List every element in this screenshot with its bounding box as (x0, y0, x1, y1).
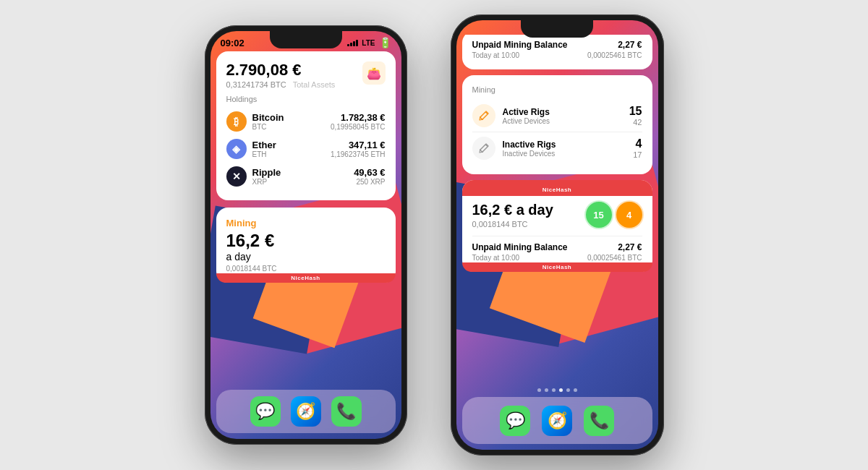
mining-stats-widget[interactable]: Mining Active Rigs Active Devices (462, 75, 652, 174)
bitcoin-ticker: BTC (252, 123, 284, 131)
ether-ticker: ETH (252, 150, 276, 158)
holding-ripple: ✕ Ripple XRP 49,63 € 250 XRP (226, 163, 386, 190)
portfolio-widget[interactable]: 2.790,08 € 0,31241734 BTC Total Assets 👛… (216, 51, 396, 200)
unpaid-time-large: Today at 10:00 (472, 254, 568, 262)
nicehash-brand-large: NiceHash (542, 187, 571, 193)
wallet-icon: 👛 (362, 61, 386, 85)
inactive-rigs-count: 4 (633, 137, 642, 150)
lte-label: LTE (362, 39, 375, 47)
ether-eur: 347,11 € (331, 140, 386, 150)
widgets-area-left: 2.790,08 € 0,31241734 BTC Total Assets 👛… (216, 51, 396, 388)
mining-label: Mining (226, 218, 386, 228)
unpaid-eur-top: 2,27 € (587, 40, 642, 50)
holding-ether: ◈ Ether ETH 347,11 € 1,19623745 ETH (226, 135, 386, 163)
right-widgets-area: Unpaid Mining Balance Today at 10:00 2,2… (462, 35, 652, 392)
inactive-devices-sub: Inactive Devices (503, 150, 634, 158)
mining-amount-large: 16,2 € (226, 231, 386, 250)
bitcoin-name: Bitcoin (252, 112, 284, 123)
mining-large-body: 16,2 € a day 0,0018144 BTC 15 4 Unpaid M… (472, 202, 642, 262)
phone-left: 09:02 LTE 🔋 2.790,08 € (205, 25, 407, 445)
inactive-rigs-badge: 4 (616, 202, 642, 228)
holdings-label: Holdings (226, 95, 386, 103)
portfolio-btc: 0,31241734 BTC Total Assets (226, 80, 336, 89)
dock-safari-right[interactable]: 🧭 (542, 406, 572, 436)
dot-5 (566, 388, 570, 392)
unpaid-btc-large: 0,00025461 BTC (587, 254, 642, 262)
signal-icon (347, 39, 358, 46)
ripple-icon: ✕ (226, 166, 247, 187)
active-rigs-name: Active Rigs (503, 107, 629, 117)
ether-name: Ether (252, 140, 276, 150)
unpaid-time-top: Today at 10:00 (472, 51, 568, 59)
status-bar-left: 09:02 LTE 🔋 (210, 31, 401, 51)
phone-right: Unpaid Mining Balance Today at 10:00 2,2… (451, 14, 664, 456)
partial-unpaid-widget: Unpaid Mining Balance Today at 10:00 2,2… (462, 35, 652, 69)
active-rigs-badge: 15 (586, 202, 612, 228)
inactive-rig-icon-wrap (472, 137, 495, 160)
active-devices-sub: Active Devices (503, 117, 629, 125)
dock-left: 💬 🧭 📞 (216, 390, 396, 433)
phone-left-screen: 09:02 LTE 🔋 2.790,08 € (210, 31, 401, 439)
inactive-rigs-name: Inactive Rigs (503, 140, 634, 150)
pickaxe-inactive-icon (477, 142, 490, 155)
portfolio-amount: 2.790,08 € (226, 61, 336, 79)
dot-1 (537, 388, 541, 392)
mining-section-label: Mining (472, 85, 642, 94)
ripple-eur: 49,63 € (354, 167, 385, 178)
unpaid-title-large: Unpaid Mining Balance (472, 242, 568, 252)
inactive-devices-count: 17 (633, 150, 642, 159)
bitcoin-eur: 1.782,38 € (331, 112, 386, 123)
status-icons-left: LTE 🔋 (347, 37, 391, 48)
nicehash-badge-left: NiceHash (216, 273, 396, 283)
dock-phone-right[interactable]: 📞 (584, 406, 614, 436)
mining-large-widget[interactable]: NiceHash 16,2 € a day 0,0018144 BTC 15 4 (462, 180, 652, 272)
phone-right-screen: Unpaid Mining Balance Today at 10:00 2,2… (456, 20, 658, 450)
dock-messages-right[interactable]: 💬 (500, 406, 530, 436)
mining-small-widget[interactable]: Mining 16,2 € a day 0,0018144 BTC NiceHa… (216, 208, 396, 282)
dock-messages[interactable]: 💬 (250, 396, 281, 427)
active-rigs-count: 15 (629, 105, 642, 118)
ripple-name: Ripple (252, 167, 281, 178)
dot-3 (552, 388, 556, 392)
active-rig-icon-wrap (472, 104, 495, 127)
dot-2 (545, 388, 548, 392)
mining-period: a day (226, 251, 386, 262)
dock-phone[interactable]: 📞 (331, 396, 362, 427)
unpaid-title-top: Unpaid Mining Balance (472, 40, 568, 50)
bitcoin-icon: ₿ (226, 111, 247, 132)
page-dots-right (456, 388, 658, 392)
inactive-rigs-row: Inactive Rigs Inactive Devices 4 17 (472, 132, 642, 164)
battery-icon: 🔋 (379, 37, 391, 48)
dot-6 (574, 388, 577, 392)
unpaid-eur-large: 2,27 € (587, 242, 642, 252)
time-left: 09:02 (221, 38, 244, 48)
mining-large-btc: 0,0018144 BTC (472, 220, 553, 228)
nicehash-top-badge: NiceHash (462, 180, 652, 196)
dot-4-active (559, 388, 563, 392)
ripple-ticker: XRP (252, 178, 281, 186)
ripple-crypto: 250 XRP (354, 178, 385, 186)
mining-unpaid-row: Unpaid Mining Balance Today at 10:00 2,2… (472, 236, 642, 262)
nicehash-badge-large: NiceHash (462, 262, 652, 272)
holding-bitcoin: ₿ Bitcoin BTC 1.782,38 € 0,19958045 BTC (226, 108, 386, 135)
active-devices-count: 42 (629, 118, 642, 127)
mining-btc-small: 0,0018144 BTC (226, 265, 386, 273)
dock-right: 💬 🧭 📞 (462, 397, 652, 444)
pickaxe-active-icon (477, 109, 490, 122)
dock-safari[interactable]: 🧭 (291, 396, 321, 427)
ether-crypto: 1,19623745 ETH (331, 150, 386, 158)
rig-badges: 15 4 (586, 202, 642, 228)
ether-icon: ◈ (226, 139, 247, 159)
notch-right (521, 20, 593, 38)
active-rigs-row: Active Rigs Active Devices 15 42 (472, 100, 642, 132)
mining-large-amount: 16,2 € a day (472, 202, 553, 218)
bitcoin-crypto: 0,19958045 BTC (331, 123, 386, 131)
unpaid-btc-top: 0,00025461 BTC (587, 51, 642, 59)
